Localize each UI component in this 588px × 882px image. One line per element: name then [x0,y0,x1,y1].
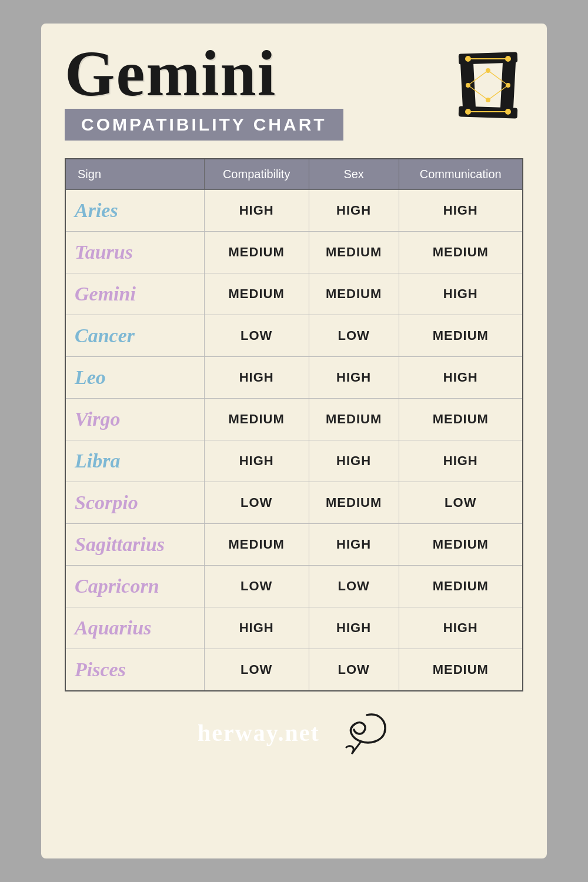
table-row: CapricornLOWLOWMEDIUM [65,566,523,607]
sex-cell-aries: HIGH [309,190,399,232]
table-row: ScorpioLOWMEDIUMLOW [65,482,523,524]
comm-cell-gemini: HIGH [399,273,523,315]
sign-cell-leo: Leo [65,357,204,399]
sign-cell-scorpio: Scorpio [65,482,204,524]
sign-cell-virgo: Virgo [65,399,204,440]
col-header-sex: Sex [309,159,399,190]
swirl-icon [332,709,390,756]
title-area: Gemini COMPATIBILITY CHART [65,41,343,141]
compat-cell-aries: HIGH [204,190,309,232]
sign-name-cancer: Cancer [75,325,135,346]
table-row: AriesHIGHHIGHHIGH [65,190,523,232]
table-row: LibraHIGHHIGHHIGH [65,440,523,482]
table-row: VirgoMEDIUMMEDIUMMEDIUM [65,399,523,440]
compat-cell-pisces: LOW [204,649,309,691]
sign-name-virgo: Virgo [75,408,120,430]
compat-cell-leo: HIGH [204,357,309,399]
sign-cell-libra: Libra [65,440,204,482]
sign-name-aries: Aries [75,199,118,221]
comm-cell-aquarius: HIGH [399,607,523,649]
sex-cell-libra: HIGH [309,440,399,482]
compatibility-table: Sign Compatibility Sex Communication Ari… [65,158,523,691]
site-name: herway.net [198,719,320,747]
col-header-communication: Communication [399,159,523,190]
sign-cell-gemini: Gemini [65,273,204,315]
compat-cell-capricorn: LOW [204,566,309,607]
table-header-row: Sign Compatibility Sex Communication [65,159,523,190]
sex-cell-scorpio: MEDIUM [309,482,399,524]
comm-cell-libra: HIGH [399,440,523,482]
header: Gemini COMPATIBILITY CHART [65,41,523,141]
comm-cell-leo: HIGH [399,357,523,399]
comm-cell-virgo: MEDIUM [399,399,523,440]
comm-cell-cancer: MEDIUM [399,315,523,357]
comm-cell-aries: HIGH [399,190,523,232]
table-row: SagittariusMEDIUMHIGHMEDIUM [65,524,523,566]
sign-cell-capricorn: Capricorn [65,566,204,607]
compat-cell-virgo: MEDIUM [204,399,309,440]
sign-name-scorpio: Scorpio [75,492,138,513]
comm-cell-pisces: MEDIUM [399,649,523,691]
sex-cell-gemini: MEDIUM [309,273,399,315]
sign-cell-sagittarius: Sagittarius [65,524,204,566]
table-row: CancerLOWLOWMEDIUM [65,315,523,357]
sign-cell-taurus: Taurus [65,232,204,273]
sex-cell-virgo: MEDIUM [309,399,399,440]
sign-name-pisces: Pisces [75,659,126,680]
compat-cell-cancer: LOW [204,315,309,357]
sex-cell-taurus: MEDIUM [309,232,399,273]
sign-name-aquarius: Aquarius [75,617,151,639]
gemini-symbol-area [453,47,523,123]
table-row: GeminiMEDIUMMEDIUMHIGH [65,273,523,315]
title-gemini: Gemini [65,41,276,106]
subtitle-text: COMPATIBILITY CHART [81,115,327,134]
sign-cell-pisces: Pisces [65,649,204,691]
sign-name-gemini: Gemini [75,283,136,305]
compat-cell-taurus: MEDIUM [204,232,309,273]
footer: herway.net [198,709,390,756]
sign-name-libra: Libra [75,450,120,472]
compat-cell-libra: HIGH [204,440,309,482]
compat-cell-sagittarius: MEDIUM [204,524,309,566]
table-row: TaurusMEDIUMMEDIUMMEDIUM [65,232,523,273]
comm-cell-taurus: MEDIUM [399,232,523,273]
subtitle-bar: COMPATIBILITY CHART [65,109,343,141]
sex-cell-aquarius: HIGH [309,607,399,649]
col-header-compatibility: Compatibility [204,159,309,190]
sign-name-leo: Leo [75,366,106,388]
comm-cell-scorpio: LOW [399,482,523,524]
comm-cell-capricorn: MEDIUM [399,566,523,607]
sign-cell-aquarius: Aquarius [65,607,204,649]
table-row: LeoHIGHHIGHHIGH [65,357,523,399]
gemini-symbol-icon [453,47,523,123]
main-card: Gemini COMPATIBILITY CHART [41,24,547,858]
sex-cell-pisces: LOW [309,649,399,691]
sex-cell-sagittarius: HIGH [309,524,399,566]
compat-cell-scorpio: LOW [204,482,309,524]
compat-cell-gemini: MEDIUM [204,273,309,315]
sign-name-sagittarius: Sagittarius [75,533,165,555]
sign-name-taurus: Taurus [75,241,133,263]
sign-cell-cancer: Cancer [65,315,204,357]
sign-cell-aries: Aries [65,190,204,232]
col-header-sign: Sign [65,159,204,190]
table-row: PiscesLOWLOWMEDIUM [65,649,523,691]
sign-name-capricorn: Capricorn [75,575,159,597]
compat-cell-aquarius: HIGH [204,607,309,649]
sex-cell-leo: HIGH [309,357,399,399]
sex-cell-cancer: LOW [309,315,399,357]
sex-cell-capricorn: LOW [309,566,399,607]
comm-cell-sagittarius: MEDIUM [399,524,523,566]
table-row: AquariusHIGHHIGHHIGH [65,607,523,649]
